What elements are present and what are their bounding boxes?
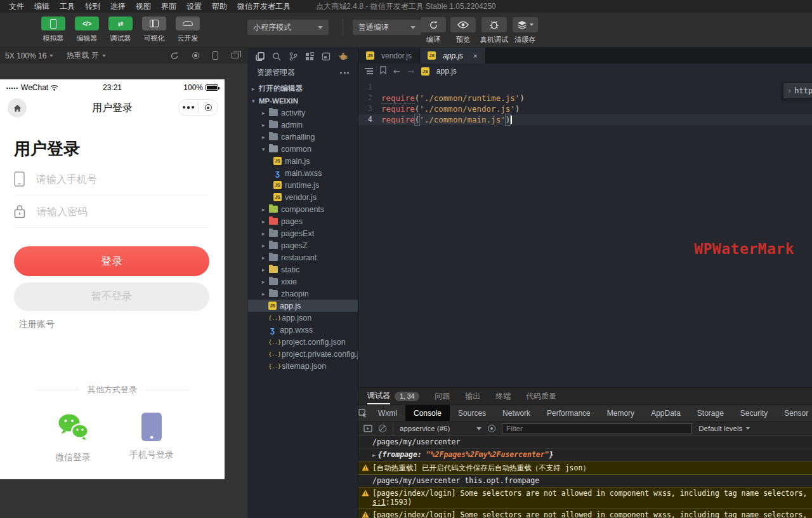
menu-file[interactable]: 文件 <box>4 0 29 13</box>
console-log[interactable]: /pages/my/usercenter this.opt.frompage <box>358 475 812 488</box>
tree-item[interactable]: ʒapp.wxss <box>248 324 358 336</box>
clear-cache-button[interactable]: 清缓存 <box>513 17 538 44</box>
code-line-current[interactable]: 4 require('./common/main.js') <box>358 114 812 125</box>
code-line[interactable]: 1 <box>358 82 812 93</box>
source-control-icon[interactable] <box>289 52 298 61</box>
console-log[interactable]: /pages/my/usercenter <box>358 436 812 449</box>
tree-item[interactable]: ▸static <box>248 263 358 276</box>
menu-interface[interactable]: 界面 <box>156 0 181 13</box>
expand-arrow-icon[interactable]: ▸ <box>372 452 376 458</box>
snippets-icon[interactable] <box>322 52 331 61</box>
tree-section-open-editors[interactable]: ▸打开的编辑器 <box>248 83 358 95</box>
inspect-element-icon[interactable] <box>358 409 367 418</box>
tree-item[interactable]: ▸components <box>248 203 358 215</box>
forward-arrow-icon[interactable]: → <box>407 67 414 76</box>
tab-problems[interactable]: 问题 <box>435 388 450 404</box>
compile-button[interactable]: 编译 <box>421 17 446 44</box>
tab-console[interactable]: Console <box>405 405 450 421</box>
console-warning[interactable]: [自动热重载] 已开启代码文件保存后自动热重载（不支持 json） <box>358 462 812 475</box>
compile-mode-select[interactable]: 普通编译 <box>353 20 421 35</box>
password-field[interactable]: 请输入密码 <box>14 197 209 228</box>
live-expression-eye-icon[interactable] <box>488 425 495 432</box>
tab-appdata[interactable]: AppData <box>643 405 689 421</box>
execution-context-select[interactable]: appservice (#6) <box>400 425 481 432</box>
search-icon[interactable] <box>272 52 281 61</box>
menu-goto[interactable]: 转到 <box>80 0 105 13</box>
tree-item[interactable]: {..}project.config.json <box>248 336 358 348</box>
skip-login-button[interactable]: 暂不登录 <box>14 282 209 311</box>
wechat-login-button[interactable]: 微信登录 <box>41 413 105 463</box>
simulator-button[interactable]: 模拟器 <box>39 17 67 43</box>
code-line[interactable]: 3 require('./common/vendor.js') <box>358 103 812 114</box>
refresh-icon[interactable] <box>170 51 179 60</box>
files-icon[interactable] <box>256 52 265 61</box>
tree-item[interactable]: ▸carhailing <box>248 131 358 143</box>
tab-code-quality[interactable]: 代码质量 <box>526 388 556 404</box>
code-editor[interactable]: 1 2 require('./common/runtime.js') 3 req… <box>358 79 812 387</box>
tab-app-js[interactable]: JS app.js × <box>420 48 485 63</box>
extensions-icon[interactable] <box>305 52 314 61</box>
console-filter-input[interactable] <box>502 423 692 434</box>
menu-view[interactable]: 视图 <box>131 0 156 13</box>
tree-item[interactable]: JSruntime.js <box>248 179 358 191</box>
multi-window-icon[interactable] <box>232 53 239 58</box>
tab-sensor[interactable]: Sensor <box>776 405 812 421</box>
device-zoom-select[interactable]: 5X 100% 16 <box>5 51 53 60</box>
tab-debugger[interactable]: 调试器 1, 34 <box>367 388 419 404</box>
console-warning[interactable]: [pages/index/login] Some selectors are n… <box>358 508 812 518</box>
more-menu-button[interactable] <box>179 106 198 109</box>
tree-item[interactable]: {..}sitemap.json <box>248 360 358 372</box>
tree-item[interactable]: ʒmain.wxss <box>248 167 358 179</box>
tab-storage[interactable]: Storage <box>689 405 732 421</box>
tab-network[interactable]: Network <box>494 405 539 421</box>
tree-item[interactable]: JSvendor.js <box>248 191 358 203</box>
search-overlay[interactable]: › https <box>783 83 812 99</box>
menu-settings[interactable]: 设置 <box>181 0 207 13</box>
tab-sources[interactable]: Sources <box>450 405 494 421</box>
tree-item[interactable]: ▸activity <box>248 107 358 119</box>
debugger-button[interactable]: ⇄ 调试器 <box>107 17 134 43</box>
tab-output[interactable]: 输出 <box>465 388 480 404</box>
phone-login-button[interactable]: 手机号登录 <box>120 413 183 463</box>
menu-devtools[interactable]: 微信开发者工具 <box>232 0 296 13</box>
tree-item[interactable]: ▸pagesExt <box>248 227 358 239</box>
tree-item[interactable]: ▸admin <box>248 119 358 131</box>
cloud-dev-button[interactable]: 云开发 <box>174 17 202 43</box>
tree-item[interactable]: ▸pages <box>248 215 358 227</box>
tree-item[interactable]: ▸restaurant <box>248 251 358 263</box>
menu-select[interactable]: 选择 <box>105 0 131 13</box>
tab-performance[interactable]: Performance <box>539 405 599 421</box>
menu-edit[interactable]: 编辑 <box>29 0 55 13</box>
tree-item-selected[interactable]: JSapp.js <box>248 300 358 312</box>
outline-icon[interactable] <box>365 68 373 74</box>
source-link[interactable]: s:1 <box>372 498 386 507</box>
tree-root-mp-weixin[interactable]: ▾MP-WEIXIN <box>248 95 358 107</box>
tree-item[interactable]: {..}app.json <box>248 312 358 324</box>
teapot-icon[interactable] <box>338 52 348 60</box>
close-icon[interactable]: × <box>473 52 477 60</box>
menu-help[interactable]: 帮助 <box>207 0 232 13</box>
menu-tools[interactable]: 工具 <box>55 0 80 13</box>
hot-reload-toggle[interactable]: 热重载 开 <box>66 50 105 61</box>
console-object-log[interactable]: ▸{frompage: "%2Fpages%2Fmy%2Fusercenter"… <box>358 449 812 462</box>
back-arrow-icon[interactable]: ← <box>393 67 400 76</box>
register-link[interactable]: 注册账号 <box>19 319 55 330</box>
login-button[interactable]: 登录 <box>14 246 209 276</box>
code-line[interactable]: 2 require('./common/runtime.js') <box>358 93 812 103</box>
console-warning[interactable]: [pages/index/login] Some selectors are n… <box>358 487 812 509</box>
editor-button[interactable]: </> 编辑器 <box>73 17 101 43</box>
tab-wxml[interactable]: Wxml <box>370 405 405 421</box>
tree-item[interactable]: ▾common <box>248 143 358 155</box>
tree-item[interactable]: ▸xixie <box>248 276 358 288</box>
mode-select[interactable]: 小程序模式 <box>247 20 329 35</box>
console-drawer-icon[interactable] <box>363 424 372 433</box>
tab-memory[interactable]: Memory <box>599 405 643 421</box>
tab-terminal[interactable]: 终端 <box>495 388 511 404</box>
remote-debug-button[interactable]: 真机调试 <box>480 17 508 44</box>
tab-security[interactable]: Security <box>732 405 776 421</box>
tree-item[interactable]: ▸zhaopin <box>248 288 358 300</box>
clear-console-icon[interactable] <box>379 425 386 432</box>
tree-item[interactable]: ▸pagesZ <box>248 239 358 251</box>
preview-button[interactable]: 预览 <box>450 17 476 44</box>
bookmark-icon[interactable] <box>380 66 386 76</box>
